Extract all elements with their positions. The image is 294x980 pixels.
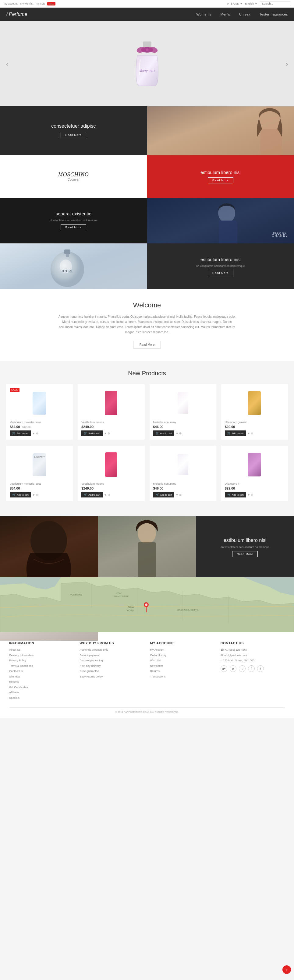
wish-icons-7: ♥ ⊕ — [176, 493, 181, 496]
add-to-cart-btn-3[interactable]: 🛒 Add to cart — [153, 430, 175, 436]
compare-icon-7[interactable]: ⊕ — [179, 493, 181, 496]
my-wishlist-link[interactable]: my wishlist — [20, 2, 33, 5]
footer-link-contact[interactable]: Contact Us — [9, 669, 73, 673]
my-account-link[interactable]: my account — [4, 2, 17, 5]
social-twitter-icon[interactable]: t — [239, 665, 246, 672]
svg-text:VERMONT: VERMONT — [70, 593, 82, 596]
add-to-cart-btn-5[interactable]: 🛒 Add to cart — [10, 492, 31, 498]
footer-link-returns[interactable]: Returns — [9, 680, 73, 684]
bottle-visual-3 — [178, 392, 188, 414]
add-to-cart-btn-1[interactable]: 🛒 Add to cart — [10, 430, 31, 436]
footer-link-privacy[interactable]: Privacy Policy — [9, 659, 73, 663]
add-to-cart-btn-6[interactable]: 🛒 Add to cart — [81, 492, 103, 498]
footer-why-5[interactable]: Easy returns policy — [79, 675, 144, 679]
heart-icon-3[interactable]: ♥ — [176, 432, 178, 435]
heart-icon-4[interactable]: ♥ — [248, 432, 250, 435]
compare-icon-3[interactable]: ⊕ — [179, 432, 181, 435]
svg-rect-8 — [261, 129, 282, 155]
bottle-visual-4 — [248, 391, 261, 415]
footer-link-about[interactable]: About Us — [9, 648, 73, 652]
moschino-sub: Couture! — [68, 178, 79, 181]
new-products-title: New Products — [6, 370, 288, 377]
footer-link-specials[interactable]: Specials — [9, 696, 73, 700]
svg-text:MASSACHUSETTS: MASSACHUSETTS — [177, 609, 198, 611]
footer-account-1[interactable]: Order History — [150, 654, 215, 658]
product-price-7: $46.00 — [153, 487, 213, 490]
footer-account-0[interactable]: My Account — [150, 648, 215, 652]
product-price-4: $29.00 — [225, 425, 284, 429]
footer-contact-email: ✉ info@perfume.com — [221, 654, 285, 658]
nav-mens[interactable]: Men's — [220, 13, 230, 16]
bottom-promo-beard — [0, 516, 98, 579]
currency-selector[interactable]: $ USD ▼ — [231, 2, 243, 5]
compare-icon-6[interactable]: ⊕ — [108, 493, 110, 496]
footer-why-1[interactable]: Secure payment — [79, 654, 144, 658]
social-google-icon[interactable]: g+ — [221, 665, 227, 672]
footer-link-sitemap[interactable]: Site Map — [9, 675, 73, 679]
product-price-1: $34.00 $42.00 — [10, 425, 69, 429]
cart-icon-2: 🛒 — [84, 432, 87, 435]
social-facebook-icon[interactable]: f — [248, 665, 255, 672]
bottom-promo-btn[interactable]: Read More — [232, 551, 258, 557]
footer-link-gift[interactable]: Gift Certificates — [9, 686, 73, 690]
footer-account-5[interactable]: Transactions — [150, 675, 215, 679]
product-price-6: $249.00 — [81, 487, 141, 490]
social-pinterest-icon[interactable]: p — [230, 665, 237, 672]
product-actions-3: 🛒 Add to cart ♥ ⊕ — [153, 430, 213, 436]
footer-why-0[interactable]: Authentic products only — [79, 648, 144, 652]
promo-cell-5-btn[interactable]: Read More — [60, 224, 86, 230]
footer-account-2[interactable]: Wish List — [150, 659, 215, 663]
footer-link-affiliates[interactable]: Affiliates — [9, 690, 73, 695]
add-to-cart-btn-8[interactable]: 🛒 Add to cart — [225, 492, 246, 498]
bottle-visual-6 — [105, 452, 117, 477]
compare-icon-1[interactable]: ⊕ — [36, 432, 38, 435]
heart-icon-1[interactable]: ♥ — [33, 432, 35, 435]
my-cart-link[interactable]: my cart — [36, 2, 45, 5]
nav-tester[interactable]: Tester fragrances — [259, 13, 288, 16]
product-actions-5: 🛒 Add to cart ♥ ⊕ — [10, 492, 69, 498]
slider-next-button[interactable]: › — [283, 57, 291, 70]
compare-icon-2[interactable]: ⊕ — [108, 432, 110, 435]
footer-link-terms[interactable]: Terms & Conditions — [9, 664, 73, 668]
promo-cell-5: separat existentie ut voluptatem accusan… — [0, 198, 147, 243]
compare-icon-5[interactable]: ⊕ — [36, 493, 38, 496]
compare-icon-4[interactable]: ⊕ — [251, 432, 253, 435]
nav-unisex[interactable]: Unisex — [239, 13, 250, 16]
welcome-read-more-btn[interactable]: Read More — [133, 341, 161, 348]
product-actions-4: 🛒 Add to cart ♥ ⊕ — [225, 430, 284, 436]
svg-rect-14 — [66, 254, 69, 257]
bottom-promo-text-section: estibulum libero nisl an voluptatem accu… — [196, 516, 294, 579]
footer-why-3[interactable]: Next day delivery — [79, 664, 144, 668]
language-selector[interactable]: English ▼ — [245, 2, 257, 5]
new-badge: NEW — [47, 2, 56, 5]
footer-account-col: MY ACCOUNT My Account Order History Wish… — [150, 641, 215, 701]
footer-account-4[interactable]: Returns — [150, 669, 215, 673]
add-to-cart-btn-2[interactable]: 🛒 Add to cart — [81, 430, 103, 436]
heart-icon-7[interactable]: ♥ — [176, 493, 178, 496]
promo-cell-8-btn[interactable]: Read More — [208, 270, 234, 276]
main-nav: Women's Men's Unisex Tester fragrances — [197, 13, 288, 16]
search-input[interactable] — [260, 1, 290, 6]
add-to-cart-btn-4[interactable]: 🛒 Add to cart — [225, 430, 246, 436]
footer-why-4[interactable]: Price guarantee — [79, 669, 144, 673]
heart-icon-6[interactable]: ♥ — [105, 493, 106, 496]
promo-cell-1-title: consectetuer adipisc — [51, 123, 96, 129]
heart-icon-2[interactable]: ♥ — [105, 432, 106, 435]
promo-cell-red: estibulum libero nisl Read More — [147, 155, 294, 198]
footer-link-delivery[interactable]: Delivery Information — [9, 654, 73, 658]
nav-womens[interactable]: Women's — [197, 13, 211, 16]
compare-icon-8[interactable]: ⊕ — [251, 493, 253, 496]
footer-account-3[interactable]: Newsletter — [150, 664, 215, 668]
promo-cell-1-btn[interactable]: Read More — [60, 132, 86, 138]
add-to-cart-btn-7[interactable]: 🛒 Add to cart — [153, 492, 175, 498]
footer-contact-col: CONTACT US ☎ +1 (555) 123-4567 ✉ info@pe… — [221, 641, 285, 701]
social-instagram-icon[interactable]: i — [257, 665, 264, 672]
heart-icon-5[interactable]: ♥ — [33, 493, 35, 496]
man-silhouette — [184, 198, 257, 243]
bottle-visual-8 — [248, 453, 261, 476]
promo-cell-4-btn[interactable]: Read More — [208, 177, 234, 183]
heart-icon-8[interactable]: ♥ — [248, 493, 250, 496]
product-img-3 — [153, 388, 213, 418]
footer-why-2[interactable]: Discreet packaging — [79, 659, 144, 663]
slider-prev-button[interactable]: ‹ — [3, 57, 11, 70]
